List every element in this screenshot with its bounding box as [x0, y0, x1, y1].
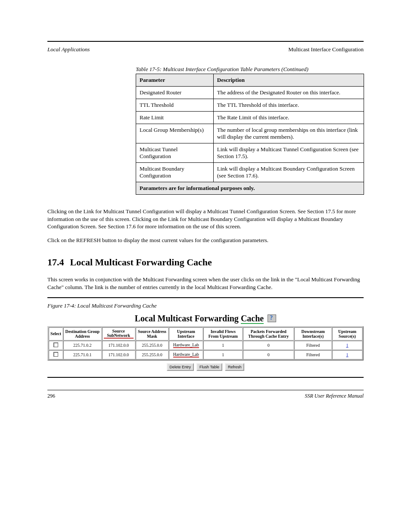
- table-row: TTL Threshold The TTL Threshold of this …: [136, 99, 364, 112]
- col-downstream-if: Downstream Interface(s): [294, 327, 332, 340]
- cache-table: Select Destination Group Address Source …: [47, 326, 364, 361]
- refresh-button[interactable]: Refresh: [225, 363, 245, 371]
- table-row: Multicast Tunnel Configuration Link will…: [136, 143, 364, 163]
- cell-source-sub: 171.102.0.0: [102, 341, 135, 350]
- upstream-source-link[interactable]: 1: [346, 343, 348, 348]
- col-source-mask: Source Address Mask: [136, 327, 169, 340]
- table-row: Designated Router The address of the Des…: [136, 87, 364, 99]
- page-number: 296: [47, 393, 55, 399]
- section-title: Local Multicast Forwarding Cache: [70, 257, 212, 268]
- params-col-description: Description: [213, 74, 364, 87]
- flush-table-button[interactable]: Flush Table: [196, 363, 222, 371]
- cell-invalid: 1: [203, 350, 243, 359]
- running-head-right: Multicast Interface Configuration: [288, 46, 364, 53]
- table-row: 225.71.0.2 171.102.0.0 255.255.0.0 Hardw…: [49, 341, 362, 350]
- help-icon[interactable]: [268, 314, 276, 322]
- cell-downstream: Filtered: [294, 341, 332, 350]
- upstream-source-link[interactable]: 1: [346, 352, 348, 357]
- table-row: Multicast Boundary Configuration Link wi…: [136, 163, 364, 182]
- upstream-interface-link[interactable]: Hardware_Lab: [173, 342, 199, 347]
- params-col-parameter: Parameter: [136, 74, 214, 87]
- figure-caption: Figure 17-4: Local Multicast Forwarding …: [47, 302, 364, 309]
- row-checkbox[interactable]: [53, 352, 58, 357]
- cell-dest: 225.71.0.2: [63, 341, 102, 350]
- cell-source-mask: 255.255.0.0: [136, 341, 169, 350]
- col-select: Select: [49, 327, 63, 340]
- upstream-interface-link[interactable]: Hardware_Lab: [173, 352, 199, 357]
- table-row: 225.71.0.1 171.102.0.0 255.255.0.0 Hardw…: [49, 350, 362, 359]
- cell-source-sub: 171.102.0.0: [102, 350, 135, 359]
- col-source-subnetwork: Source SubNetwork: [102, 327, 135, 340]
- table-row: Rate Limit The Rate Limit of this interf…: [136, 112, 364, 124]
- cell-pkts: 0: [243, 350, 294, 359]
- col-upstream-src: Upstream Source(s): [332, 327, 362, 340]
- delete-entry-button[interactable]: Delete Entry: [167, 363, 194, 371]
- section-heading: 17.4Local Multicast Forwarding Cache: [47, 257, 364, 268]
- cell-pkts: 0: [243, 341, 294, 350]
- table-row: Local Group Membership(s) The number of …: [136, 124, 364, 143]
- body-paragraph: Click on the REFRESH button to display t…: [47, 236, 364, 244]
- body-paragraph: This screen works in conjunction with th…: [47, 276, 364, 291]
- cache-header-row: Select Destination Group Address Source …: [49, 327, 362, 340]
- body-paragraph: Clicking on the Link for Multicast Tunne…: [47, 208, 364, 230]
- cell-dest: 225.71.0.1: [63, 350, 102, 359]
- col-dest-group: Destination Group Address: [63, 327, 102, 340]
- params-table-footer: Parameters are for informational purpose…: [136, 182, 364, 195]
- footer-doc-title: SSR User Reference Manual: [305, 393, 364, 399]
- row-checkbox[interactable]: [53, 342, 58, 347]
- figure-screenshot: Local Multicast Forwarding Cache Select …: [47, 314, 364, 371]
- running-head-left: Local Applications: [47, 46, 90, 53]
- params-table: Parameter Description Designated Router …: [136, 74, 364, 195]
- cell-source-mask: 255.255.0.0: [136, 350, 169, 359]
- col-pkts-fwd: Packets Forwarded Through Cache Entry: [243, 327, 294, 340]
- params-table-caption: Table 17-5: Multicast Interface Configur…: [136, 66, 364, 73]
- col-upstream-if: Upstream Interface: [169, 327, 203, 340]
- section-number: 17.4: [47, 257, 64, 268]
- col-invalid-flows: Invalid Flows From Upstream: [203, 327, 243, 340]
- cell-downstream: Filtered: [294, 350, 332, 359]
- screenshot-title: Local Multicast Forwarding Cache: [135, 314, 266, 324]
- cell-invalid: 1: [203, 341, 243, 350]
